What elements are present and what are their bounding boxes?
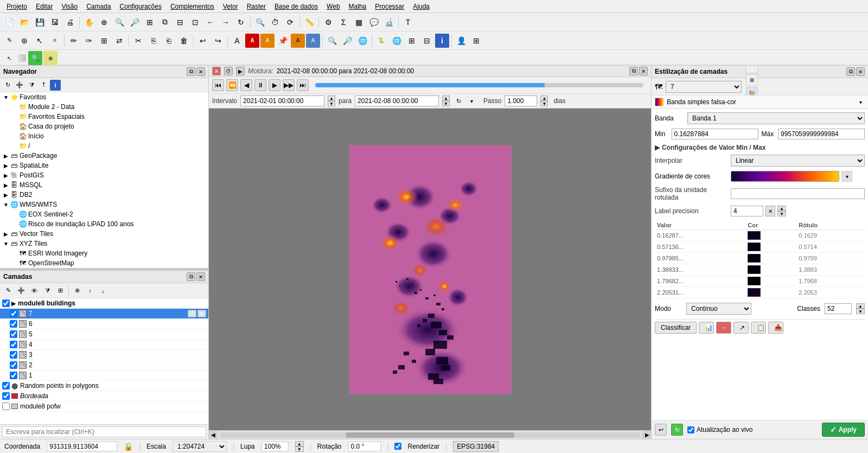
zoom-selection-btn[interactable]: ⧉ xyxy=(158,15,172,29)
layer-item-layer2[interactable]: 2 xyxy=(0,360,208,371)
settings-btn[interactable]: ⚙ xyxy=(321,15,335,29)
render-checkbox[interactable] xyxy=(394,443,401,450)
nav-refresh-btn[interactable]: ↻ xyxy=(2,80,13,91)
spin-down-2[interactable]: ▼ xyxy=(442,101,450,106)
delete-btn[interactable]: 🗑 xyxy=(177,34,191,48)
layer-item-bordeada[interactable]: Bordeada xyxy=(0,391,208,401)
nav-tree-item-spatialite[interactable]: ▶ 🗃 SpatiaLite xyxy=(0,161,208,170)
tree-expand-icon[interactable] xyxy=(11,259,18,267)
edit2-btn[interactable]: ✑ xyxy=(82,34,96,48)
zoom-out-btn[interactable]: 🔎 xyxy=(127,15,142,29)
tree-expand-icon[interactable] xyxy=(11,123,18,130)
hscroll-right-btn[interactable]: ▶ xyxy=(642,431,651,439)
temporal-start-btn[interactable]: ⏮ xyxy=(212,79,224,91)
nav-tree-item-favoritos-espaciais[interactable]: 📁 Favoritos Espaciais xyxy=(0,112,208,122)
expand-btn[interactable]: ▾ xyxy=(467,95,476,106)
tree-expand-icon[interactable] xyxy=(11,220,18,228)
layer-item-layer4[interactable]: 4 xyxy=(0,340,208,350)
menu-complementos[interactable]: Complementos xyxy=(166,2,219,11)
precision-clear-btn[interactable]: ✕ xyxy=(765,206,775,216)
layer-item-layer6[interactable]: 6 xyxy=(0,319,208,329)
layer-item-module8-buildings[interactable]: ▶ module8 buildings xyxy=(0,298,208,309)
tree-expand-icon[interactable] xyxy=(11,113,18,120)
color-swatch-toolbar[interactable] xyxy=(18,54,26,62)
temporal-step-fwd-btn[interactable]: ▶▶ xyxy=(283,79,295,91)
classify-icon4-btn[interactable]: 📋 xyxy=(751,322,766,334)
label-btn[interactable]: A xyxy=(230,34,244,48)
copy-btn[interactable]: ⎘ xyxy=(146,34,161,48)
tree-expand-icon[interactable]: ▶ xyxy=(2,171,10,179)
style-source-btn[interactable]: ⊞ xyxy=(746,74,758,86)
tree-expand-icon[interactable] xyxy=(11,132,18,140)
renderer-dropdown-btn[interactable]: ▾ xyxy=(856,98,865,106)
menu-camada[interactable]: Camada xyxy=(82,2,115,11)
tree-expand-icon[interactable]: ▼ xyxy=(2,240,10,247)
diagram2-btn[interactable]: A xyxy=(306,34,320,48)
rotation-input[interactable] xyxy=(348,442,381,451)
band-select[interactable]: Banda 1 xyxy=(687,112,865,124)
layer-checkbox[interactable] xyxy=(10,320,17,328)
nav-tree-item-wms-wmts[interactable]: ▼ 🌐 WMS/WMTS xyxy=(0,200,208,209)
menu-editar[interactable]: Editar xyxy=(31,2,57,11)
magnifier-spin[interactable]: ▲ ▼ xyxy=(295,441,304,452)
color-table-row[interactable]: 1.79682... 1.7968 xyxy=(655,276,865,287)
table-color[interactable] xyxy=(745,264,796,276)
tree-expand-icon[interactable]: ▼ xyxy=(2,201,10,208)
classes-spin[interactable]: ▲ ▼ xyxy=(856,303,865,314)
zoom-native-btn[interactable]: ⊡ xyxy=(188,15,202,29)
tree-expand-icon[interactable] xyxy=(11,142,18,150)
edit-btn[interactable]: ✏ xyxy=(67,34,81,48)
temporal-play2-btn[interactable]: ▶ xyxy=(269,79,280,91)
label3-btn[interactable]: A xyxy=(260,34,275,48)
layers-float-btn[interactable]: ⧉ xyxy=(187,272,195,281)
python-btn[interactable]: 🐍 xyxy=(374,34,388,48)
menu-raster[interactable]: Raster xyxy=(242,2,270,11)
text-btn[interactable]: T xyxy=(401,15,415,29)
color-swatch-item[interactable] xyxy=(748,231,761,240)
pin-btn[interactable]: 📌 xyxy=(276,34,290,48)
layer-settings-icon[interactable]: ⚙ xyxy=(197,310,206,317)
layer-checkbox[interactable] xyxy=(2,403,10,410)
gradient-bar[interactable] xyxy=(731,171,839,182)
temporal-pause-btn[interactable]: ⏸ xyxy=(254,79,266,91)
menu-vetor[interactable]: Vetor xyxy=(219,2,242,11)
layer-clock-icon[interactable]: ⏱ xyxy=(188,310,196,317)
magnifier-input[interactable] xyxy=(261,442,289,451)
coord-input[interactable] xyxy=(47,442,117,451)
spin-up-3[interactable]: ▲ xyxy=(540,95,548,101)
temporal-progress-slider[interactable] xyxy=(315,83,643,87)
measure-btn[interactable]: 📏 xyxy=(302,15,316,29)
table-color[interactable] xyxy=(745,287,796,298)
layers-open-btn[interactable]: ⊕ xyxy=(71,285,83,297)
layer-icon-btn[interactable]: 🌐 xyxy=(355,34,369,48)
nav-tree-item-favoritos[interactable]: ▼ ⭐ Favoritos xyxy=(0,92,208,102)
classify-icon5-btn[interactable]: 📥 xyxy=(768,322,783,334)
sigma-btn[interactable]: Σ xyxy=(336,15,350,29)
nav-tree-item-mssql[interactable]: ▶ 🗄 MSSQL xyxy=(0,180,208,190)
classes-input[interactable] xyxy=(825,303,852,314)
table-btn[interactable]: ▦ xyxy=(352,15,366,29)
nav-tree-item-eox[interactable]: 🌐 EOX Sentinel-2 xyxy=(0,209,208,219)
classify-icon3-btn[interactable]: ↗ xyxy=(733,322,749,334)
digitize-btn[interactable]: ✎ xyxy=(2,34,16,48)
identify2-btn[interactable]: 🔍 xyxy=(325,34,339,48)
layer-item-layer1[interactable]: 1 xyxy=(0,371,208,381)
browser-btn[interactable]: 🌐 xyxy=(390,34,404,48)
suffix-input[interactable] xyxy=(731,188,865,199)
layer-item-module8-pofw[interactable]: module8 pofw xyxy=(0,401,208,412)
precision-input[interactable] xyxy=(731,206,763,216)
layer-checkbox[interactable] xyxy=(10,310,17,317)
gradient-dropdown-btn[interactable]: ▾ xyxy=(841,171,852,182)
find-btn[interactable]: 🔍 xyxy=(28,51,42,65)
nav-tree-item-module2[interactable]: 📁 Module 2 - Data xyxy=(0,102,208,112)
epsg-btn[interactable]: EPSG:31984 xyxy=(453,441,499,452)
interval-start-spin[interactable]: ▲ ▼ xyxy=(328,95,335,106)
interval-end-input[interactable] xyxy=(355,95,439,106)
open-project-btn[interactable]: 📂 xyxy=(17,15,31,29)
color-table-row[interactable]: 1.38833... 1.3883 xyxy=(655,264,865,276)
print-btn[interactable]: 🖨 xyxy=(63,15,77,29)
nav-add-btn[interactable]: ➕ xyxy=(14,80,25,91)
layers-up-btn[interactable]: ↑ xyxy=(84,285,96,297)
menu-processar[interactable]: Processar xyxy=(371,2,409,11)
map-area[interactable] xyxy=(209,109,651,430)
